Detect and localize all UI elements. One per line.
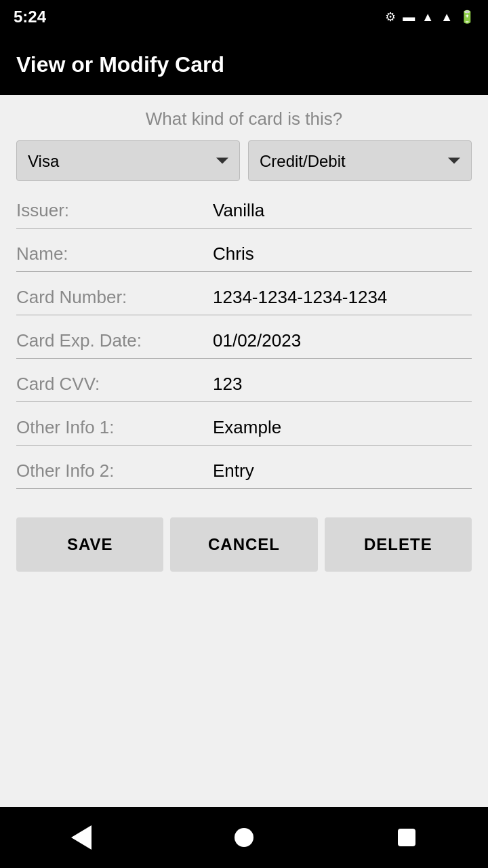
sim-icon: ▬ — [403, 10, 415, 24]
wifi-icon: ▲ — [422, 10, 434, 24]
card-number-field-row: Card Number: — [16, 284, 472, 315]
issuer-field-row: Issuer: — [16, 197, 472, 229]
status-bar: 5:24 ⚙ ▬ ▲ ▲ 🔋 — [0, 0, 488, 34]
home-icon — [235, 828, 253, 847]
card-cvv-field-row: Card CVV: — [16, 371, 472, 402]
recents-icon — [398, 829, 415, 846]
status-time: 5:24 — [14, 7, 46, 26]
cancel-button[interactable]: CANCEL — [170, 517, 317, 572]
credit-debit-dropdown[interactable]: Credit/Debit Credit Debit — [248, 140, 472, 181]
back-button[interactable] — [54, 817, 108, 858]
main-content: What kind of card is this? Visa MasterCa… — [0, 95, 488, 807]
other-info-2-label: Other Info 2: — [16, 460, 213, 481]
issuer-label: Issuer: — [16, 200, 213, 221]
dropdown-row: Visa MasterCard Amex Discover Credit/Deb… — [16, 140, 472, 181]
card-number-input[interactable] — [213, 284, 472, 311]
name-input[interactable] — [213, 241, 472, 267]
other-info-1-label: Other Info 1: — [16, 417, 213, 438]
delete-button[interactable]: DELETE — [325, 517, 472, 572]
name-field-row: Name: — [16, 241, 472, 272]
card-type-dropdown[interactable]: Visa MasterCard Amex Discover — [16, 140, 240, 181]
other-info-2-input[interactable] — [213, 458, 472, 484]
bottom-nav — [0, 807, 488, 868]
other-info-2-field-row: Other Info 2: — [16, 458, 472, 489]
home-button[interactable] — [217, 817, 271, 858]
issuer-input[interactable] — [213, 197, 472, 224]
other-info-1-field-row: Other Info 1: — [16, 414, 472, 446]
signal-icon: ▲ — [441, 10, 453, 24]
card-cvv-label: Card CVV: — [16, 374, 213, 395]
action-buttons: SAVE CANCEL DELETE — [16, 517, 472, 572]
card-exp-date-field-row: Card Exp. Date: — [16, 328, 472, 359]
other-info-1-input[interactable] — [213, 414, 472, 441]
battery-icon: 🔋 — [460, 9, 474, 24]
back-icon — [71, 825, 92, 850]
name-label: Name: — [16, 243, 213, 264]
card-type-question: What kind of card is this? — [16, 108, 472, 130]
card-exp-date-label: Card Exp. Date: — [16, 330, 213, 351]
status-icons: ⚙ ▬ ▲ ▲ 🔋 — [385, 9, 474, 24]
settings-icon: ⚙ — [385, 9, 396, 24]
card-exp-date-input[interactable] — [213, 328, 472, 354]
top-bar: View or Modify Card — [0, 34, 488, 95]
card-number-label: Card Number: — [16, 287, 213, 308]
card-cvv-input[interactable] — [213, 371, 472, 397]
page-title: View or Modify Card — [16, 52, 224, 77]
save-button[interactable]: SAVE — [16, 517, 163, 572]
recents-button[interactable] — [380, 817, 434, 858]
